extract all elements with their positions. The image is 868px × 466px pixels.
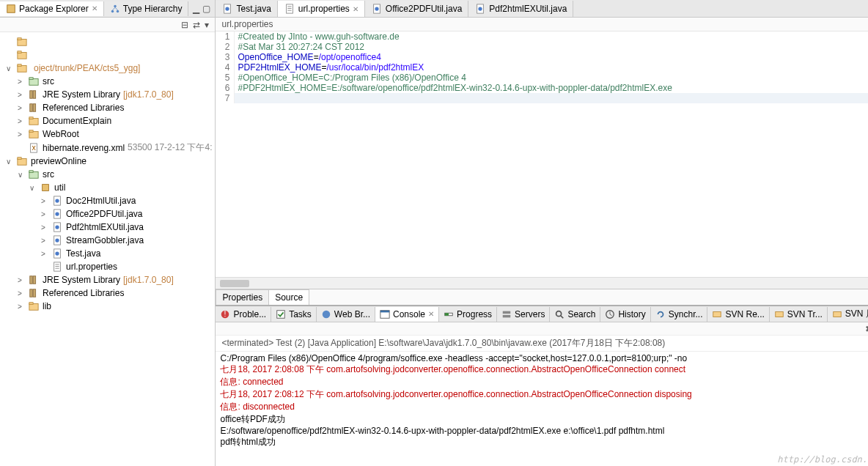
tree-node-label: Office2PDFUtil.java [66, 209, 142, 219]
twisty-icon[interactable]: > [15, 78, 25, 86]
tree-node[interactable]: >Office2PDFUtil.java [0, 207, 215, 221]
twisty-icon[interactable]: > [15, 117, 25, 125]
editor-tab[interactable]: url.properties✕ [278, 1, 365, 17]
line-content[interactable]: OpenOffice_HOME=/opt/openoffice4 [235, 52, 380, 62]
view-tab-synchr[interactable]: Synchr... [651, 307, 708, 322]
console-output[interactable]: http://blog.csdn.net/baid C:/Program Fil… [216, 352, 868, 466]
close-icon[interactable]: ✕ [428, 310, 434, 318]
twisty-icon[interactable]: > [15, 130, 25, 138]
twisty-icon[interactable]: > [38, 237, 48, 245]
remove-launch-icon[interactable]: ✖ [865, 324, 868, 334]
tree-node[interactable]: xhibernate.reveng.xml 53500 17-2-12 下午4: [0, 141, 215, 155]
sync-icon [655, 309, 666, 319]
twisty-icon[interactable]: ∨ [15, 171, 25, 179]
tab-properties[interactable]: Properties [216, 289, 269, 305]
view-tab-tasks[interactable]: Tasks [271, 307, 317, 322]
tree-node[interactable]: ∨previewOnline [0, 155, 215, 168]
twisty-icon[interactable]: ∨ [3, 64, 13, 73]
tree-node[interactable]: >WebRoot [0, 127, 215, 141]
project-tree[interactable]: ∨ oject/trunk/PEAK/cts5_ygg]>src>JRE Sys… [0, 32, 215, 466]
view-tab-console[interactable]: Console✕ [375, 307, 439, 322]
tree-node[interactable]: >StreamGobbler.java [0, 234, 215, 247]
twisty-icon[interactable]: > [15, 104, 25, 112]
tab-package-explorer[interactable]: Package Explorer✕ [0, 1, 104, 16]
tree-node[interactable]: >Referenced Libraries [0, 101, 215, 114]
line-content[interactable]: #OpenOffice_HOME=C:/Program Files (x86)/… [235, 73, 466, 83]
tree-node[interactable]: >JRE System Library [jdk1.7.0_80] [0, 88, 215, 101]
view-tab-svntr[interactable]: SVN Tr... [770, 307, 828, 322]
tree-node[interactable]: ∨util [0, 181, 215, 194]
editor-tab[interactable]: Office2PDFUtil.java [365, 1, 468, 17]
svg-point-56 [375, 7, 378, 10]
tree-node-label: Referenced Libraries [43, 288, 124, 298]
editor-line[interactable]: 4PDF2HtmlEX_HOME=/usr/local/bin/pdf2html… [216, 62, 868, 73]
line-content[interactable]: PDF2HtmlEX_HOME=/usr/local/bin/pdf2htmlE… [235, 62, 424, 73]
twisty-icon[interactable]: > [38, 210, 48, 218]
tree-node[interactable]: url.properties [0, 260, 215, 273]
tab-source[interactable]: Source [268, 289, 309, 305]
view-tab-progress[interactable]: Progress [439, 307, 497, 322]
tree-node[interactable]: >src [0, 75, 215, 88]
view-tab-search[interactable]: Search [550, 307, 600, 322]
editor-tab[interactable]: Pdf2htmlEXUtil.java [468, 1, 573, 17]
tree-node[interactable]: >Pdf2htmlEXUtil.java [0, 221, 215, 234]
tree-node[interactable]: >Referenced Libraries [0, 286, 215, 300]
collapse-all-icon[interactable]: ⊟ [181, 20, 188, 30]
svg-rect-9 [18, 51, 21, 53]
tree-node[interactable]: ∨ oject/trunk/PEAK/cts5_ygg] [0, 62, 215, 75]
close-icon[interactable]: ✕ [353, 5, 358, 13]
java-icon [371, 3, 383, 15]
twisty-icon[interactable]: > [15, 303, 25, 311]
svg-rect-72 [713, 311, 721, 317]
twisty-icon[interactable]: > [15, 276, 25, 284]
editor-breadcrumb[interactable]: url.properties [216, 18, 868, 32]
line-content[interactable]: #Created by JInto - www.guh-software.de [235, 32, 399, 42]
line-content[interactable]: #Sat Mar 31 20:27:24 CST 2012 [235, 42, 364, 52]
tree-node[interactable] [0, 35, 215, 48]
tree-node[interactable]: >Doc2HtmlUtil.java [0, 194, 215, 207]
maximize-icon[interactable]: ▢ [202, 4, 210, 14]
tree-node[interactable]: >lib [0, 300, 215, 313]
close-icon[interactable]: ✕ [92, 4, 98, 12]
twisty-icon[interactable]: ∨ [3, 158, 13, 166]
view-tab-webbr[interactable]: Web Br... [317, 307, 375, 322]
svg-rect-66 [445, 313, 449, 316]
editor-horizontal-scrollbar[interactable] [216, 277, 868, 289]
line-number: 4 [216, 62, 235, 73]
view-tab-svnre[interactable]: SVN Re... [707, 307, 769, 322]
editor-line[interactable]: 6#PDF2HtmlEX_HOME=E:/software/openoffice… [216, 83, 868, 93]
console-icon [380, 309, 390, 319]
editor-line[interactable]: 7 [216, 93, 868, 103]
twisty-icon[interactable]: > [15, 289, 25, 297]
view-tab-proble[interactable]: !Proble... [216, 307, 271, 322]
java-icon [51, 248, 63, 259]
svg-rect-64 [380, 310, 389, 312]
tree-node[interactable]: ∨src [0, 168, 215, 181]
twisty-icon[interactable]: > [38, 197, 48, 205]
view-tab-history[interactable]: History [600, 307, 650, 322]
editor-line[interactable]: 1#Created by JInto - www.guh-software.de [216, 32, 868, 42]
link-editor-icon[interactable]: ⇄ [193, 20, 200, 30]
text-editor[interactable]: 1#Created by JInto - www.guh-software.de… [216, 32, 868, 305]
view-menu-icon[interactable]: ▾ [205, 20, 209, 30]
svg-point-30 [55, 199, 59, 202]
scrollbar-thumb[interactable] [220, 280, 249, 287]
line-content[interactable] [235, 93, 238, 103]
view-tab-svn[interactable]: SVN 属... [828, 306, 868, 322]
editor-line[interactable]: 3OpenOffice_HOME=/opt/openoffice4 [216, 52, 868, 62]
tree-node[interactable]: >Test.java [0, 247, 215, 260]
view-tab-servers[interactable]: Servers [497, 307, 550, 322]
tree-node[interactable] [0, 48, 215, 62]
minimize-icon[interactable]: ▁ [193, 4, 199, 14]
twisty-icon[interactable]: > [38, 250, 48, 258]
editor-line[interactable]: 2#Sat Mar 31 20:27:24 CST 2012 [216, 42, 868, 52]
line-content[interactable]: #PDF2HtmlEX_HOME=E:/software/openoffice/… [235, 83, 672, 93]
tab-type-hierarchy[interactable]: Type Hierarchy [104, 1, 189, 16]
twisty-icon[interactable]: > [38, 223, 48, 232]
tree-node[interactable]: >JRE System Library [jdk1.7.0_80] [0, 273, 215, 286]
twisty-icon[interactable]: > [15, 91, 25, 99]
tree-node[interactable]: >DocumentExplain [0, 114, 215, 127]
editor-line[interactable]: 5#OpenOffice_HOME=C:/Program Files (x86)… [216, 73, 868, 83]
editor-tab[interactable]: Test.java [216, 1, 277, 17]
twisty-icon[interactable]: ∨ [26, 184, 37, 192]
